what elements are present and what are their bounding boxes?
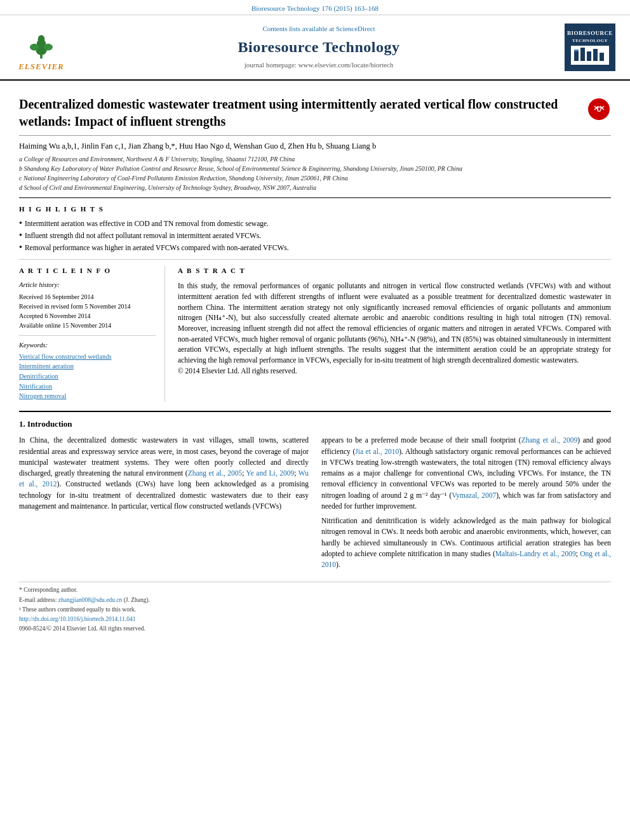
main-content: Decentralized domestic wastewater treatm…	[0, 81, 630, 641]
issn-note: 0960-8524/© 2014 Elsevier Ltd. All right…	[19, 625, 611, 633]
svg-rect-10	[587, 51, 591, 61]
abstract-col: A B S T R A C T In this study, the remov…	[178, 266, 611, 402]
svg-rect-11	[593, 49, 598, 61]
article-info-title: A R T I C L E I N F O	[19, 266, 156, 276]
svg-rect-12	[600, 53, 604, 61]
elsevier-brand-text: ELSEVIER	[18, 61, 64, 72]
journal-citation-bar: Bioresource Technology 176 (2015) 163–16…	[0, 0, 630, 15]
ref-zhang2009[interactable]: Zhang et al., 2009	[521, 436, 578, 444]
highlight-1: Intermittent aeration was effective in C…	[19, 218, 611, 230]
email-note: E-mail address: zhangjian008@sdu.edu.cn …	[19, 596, 611, 604]
available-date: Available online 15 November 2014	[19, 321, 156, 330]
journal-header-section: ELSEVIER Contents lists available at Sci…	[0, 15, 630, 80]
svg-point-4	[30, 44, 39, 51]
crossmark-icon: C	[588, 98, 610, 120]
received-revised-date: Received in revised form 5 November 2014	[19, 302, 156, 311]
affiliation-b: b Shandong Key Laboratory of Water Pollu…	[19, 164, 611, 173]
article-info-col: A R T I C L E I N F O Article history: R…	[19, 266, 165, 402]
journal-citation: Bioresource Technology 176 (2015) 163–16…	[251, 4, 379, 12]
ref-jia2010[interactable]: Jia et al., 2010	[355, 448, 399, 455]
authors-line: Haiming Wu a,b,1, Jinlin Fan c,1, Jian Z…	[19, 141, 611, 152]
author-email[interactable]: zhangjian008@sdu.edu.cn	[58, 597, 123, 603]
affiliation-c: c National Engineering Laboratory of Coa…	[19, 173, 611, 183]
intro-col2: appears to be a preferred mode because o…	[321, 435, 611, 574]
bio-logo-box: BIORESOURCE TECHNOLOGY	[565, 23, 615, 71]
highlights-title: H I G H L I G H T S	[19, 204, 611, 214]
corresponding-note: * Corresponding author.	[19, 586, 611, 594]
keyword-3[interactable]: Denitrification	[19, 372, 156, 382]
journal-center-header: Contents lists available at ScienceDirec…	[83, 22, 555, 72]
intro-col1: In China, the decentralized domestic was…	[19, 435, 309, 574]
keyword-5[interactable]: Nitrogen removal	[19, 392, 156, 401]
bioresource-logo: BIORESOURCE TECHNOLOGY	[561, 22, 619, 72]
highlights-list: Intermittent aeration was effective in C…	[19, 218, 611, 253]
intro-two-col: In China, the decentralized domestic was…	[19, 435, 611, 574]
article-info-abstract-section: A R T I C L E I N F O Article history: R…	[19, 266, 611, 402]
sciencedirect-line: Contents lists available at ScienceDirec…	[262, 24, 375, 34]
received-date: Received 16 September 2014	[19, 293, 156, 302]
doi-link[interactable]: http://dx.doi.org/10.1016/j.biortech.201…	[19, 616, 135, 622]
highlight-2: Influent strength did not affect polluta…	[19, 230, 611, 242]
footer-section: * Corresponding author. E-mail address: …	[19, 582, 611, 633]
article-history-label: Article history:	[19, 281, 156, 290]
affiliations: a College of Resources and Environment, …	[19, 154, 611, 192]
abstract-copyright: © 2014 Elsevier Ltd. All rights reserved…	[178, 367, 297, 375]
keyword-4[interactable]: Nitrification	[19, 382, 156, 392]
ref-maltais2009[interactable]: Maltais-Landry et al., 2009	[495, 550, 576, 557]
sciencedirect-link[interactable]: ScienceDirect	[336, 25, 375, 32]
crossmark-badge[interactable]: C	[588, 98, 611, 121]
svg-point-5	[44, 44, 53, 51]
accepted-date: Accepted 6 November 2014	[19, 312, 156, 321]
footnote1: ¹ These authors contributed equally to t…	[19, 606, 611, 614]
ref-zhang2005[interactable]: Zhang et al., 2005	[188, 469, 243, 477]
elsevier-logo: ELSEVIER	[6, 22, 76, 72]
svg-rect-9	[580, 48, 585, 61]
section-divider	[19, 411, 611, 412]
keyword-1[interactable]: Vertical flow constructed wetlands	[19, 352, 156, 362]
article-title: Decentralized domestic wastewater treatm…	[19, 96, 582, 130]
keywords-label: Keywords:	[19, 341, 156, 350]
abstract-text: In this study, the removal performances …	[178, 281, 611, 376]
journal-homepage: journal homepage: www.elsevier.com/locat…	[245, 60, 393, 70]
keyword-2[interactable]: Intermittent aeration	[19, 362, 156, 371]
ref-ye2009[interactable]: Ye and Li, 2009	[246, 469, 295, 477]
highlights-section: H I G H L I G H T S Intermittent aeratio…	[19, 197, 611, 260]
ref-vymazal2007[interactable]: Vymazal, 2007	[452, 491, 496, 499]
article-title-section: Decentralized domestic wastewater treatm…	[19, 87, 611, 136]
abstract-title: A B S T R A C T	[178, 266, 611, 276]
intro-section-title: 1. Introduction	[19, 418, 611, 430]
affiliation-d: d School of Civil and Environmental Engi…	[19, 183, 611, 192]
svg-rect-8	[574, 50, 579, 51]
introduction-section: 1. Introduction In China, the decentrali…	[19, 418, 611, 574]
journal-title: Bioresource Technology	[238, 37, 400, 58]
svg-point-3	[38, 36, 45, 44]
highlight-3: Removal performance was higher in aerate…	[19, 242, 611, 254]
affiliation-a: a College of Resources and Environment, …	[19, 154, 611, 164]
article-history-table: Received 16 September 2014 Received in r…	[19, 293, 156, 330]
